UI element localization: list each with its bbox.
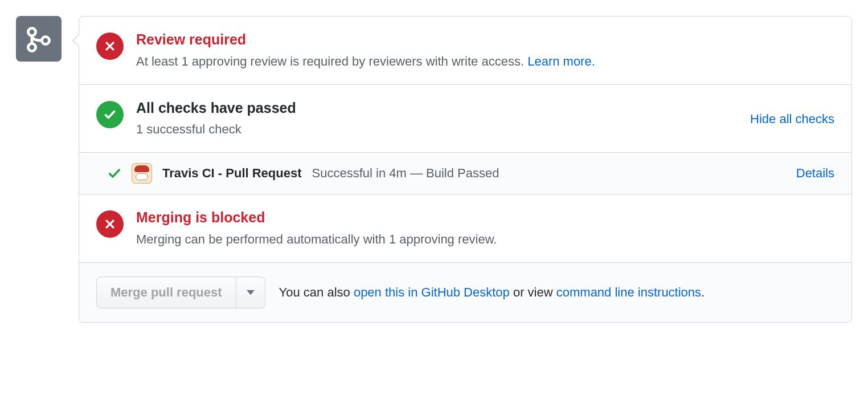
svg-point-2: [42, 36, 49, 44]
travis-ci-avatar: [132, 163, 152, 184]
check-status: Successful in 4m — Build Passed: [312, 166, 499, 181]
check-details-link[interactable]: Details: [796, 166, 834, 181]
merge-options-dropdown[interactable]: [236, 277, 265, 308]
review-required-desc: At least 1 approving review is required …: [136, 53, 834, 71]
checks-passed-title: All checks have passed: [136, 99, 738, 118]
merging-blocked-desc: Merging can be performed automatically w…: [136, 231, 834, 249]
merge-pull-request-button[interactable]: Merge pull request: [97, 277, 236, 308]
checks-passed-section: All checks have passed 1 successful chec…: [79, 85, 851, 153]
check-circle-icon: [96, 101, 124, 128]
review-required-title: Review required: [136, 30, 834, 50]
merge-footer: Merge pull request You can also open thi…: [79, 263, 851, 322]
merge-button-group: Merge pull request: [96, 277, 265, 308]
checks-passed-desc: 1 successful check: [136, 121, 738, 139]
x-circle-icon: [96, 33, 124, 60]
command-line-instructions-link[interactable]: command line instructions: [556, 285, 701, 299]
merging-blocked-title: Merging is blocked: [136, 208, 834, 228]
merging-blocked-section: Merging is blocked Merging can be perfor…: [79, 194, 851, 263]
hide-all-checks-link[interactable]: Hide all checks: [750, 112, 834, 127]
learn-more-link[interactable]: Learn more.: [527, 54, 595, 68]
check-icon: [108, 166, 121, 180]
caret-down-icon: [247, 290, 255, 295]
svg-point-0: [28, 28, 35, 35]
review-required-section: Review required At least 1 approving rev…: [79, 17, 851, 85]
footer-text: You can also open this in GitHub Desktop…: [279, 285, 705, 300]
svg-point-1: [28, 43, 35, 51]
check-name: Travis CI - Pull Request: [162, 166, 302, 181]
check-row: Travis CI - Pull Request Successful in 4…: [79, 153, 851, 194]
open-github-desktop-link[interactable]: open this in GitHub Desktop: [354, 285, 510, 299]
git-merge-icon: [16, 16, 62, 62]
merge-status-panel: Review required At least 1 approving rev…: [79, 16, 852, 323]
x-circle-icon: [96, 210, 124, 238]
check-text: Travis CI - Pull Request Successful in 4…: [162, 166, 786, 181]
